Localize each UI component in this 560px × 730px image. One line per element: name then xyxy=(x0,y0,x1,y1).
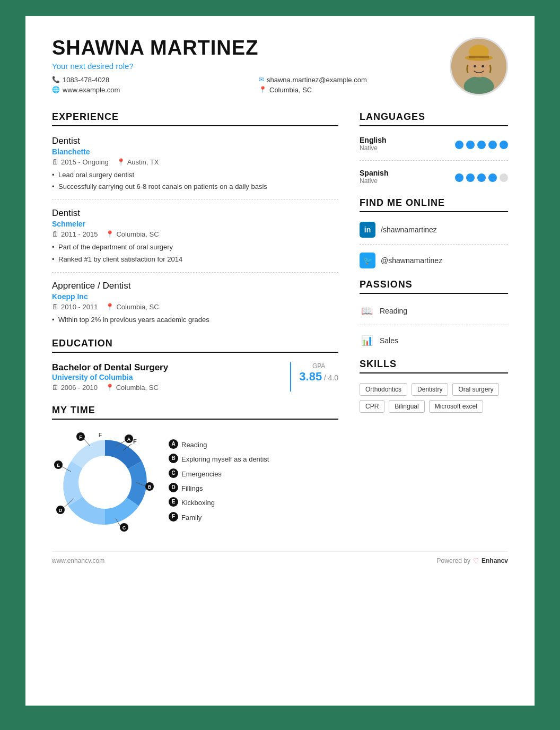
svg-rect-5 xyxy=(469,56,489,58)
education-gpa: GPA 3.85 / 4.0 xyxy=(290,362,338,392)
contact-email: ✉ shawna.martinez@example.com xyxy=(259,76,450,84)
job-item-0: Dentist Blanchette 🗓 2015 - Ongoing 📍 Au… xyxy=(52,136,338,192)
svg-text:C: C xyxy=(122,525,126,531)
passion-divider xyxy=(360,325,508,325)
skills-section-title: SKILLS xyxy=(360,359,508,373)
job-dates-2: 🗓 2010 - 2011 xyxy=(52,303,98,311)
lang-name-1: Spanish xyxy=(360,169,388,177)
linkedin-icon: in xyxy=(360,222,375,238)
candidate-name: SHAWNA MARTINEZ xyxy=(52,37,450,59)
edu-location: 📍 Columbia, SC xyxy=(106,384,159,392)
education-block: Bachelor of Dental Surgery University of… xyxy=(52,362,338,392)
job-meta-2: 🗓 2010 - 2011 📍 Columbia, SC xyxy=(52,303,338,311)
location-icon: 📍 xyxy=(259,86,267,93)
bullet-1-0: Part of the department of oral surgery xyxy=(52,242,338,252)
lang-header-1: Spanish Native xyxy=(360,169,508,187)
job-location-2: 📍 Columbia, SC xyxy=(106,303,159,311)
edu-dates: 🗓 2006 - 2010 xyxy=(52,384,98,392)
website-icon: 🌐 xyxy=(52,86,60,93)
bullet-0-0: Lead oral surgery dentist xyxy=(52,170,338,180)
divider-1 xyxy=(52,272,338,273)
passions-section-title: PASSIONS xyxy=(360,279,508,294)
skill-5: Microsoft excel xyxy=(429,400,483,413)
legend-letter-b: B xyxy=(169,454,178,463)
skill-2: Oral surgery xyxy=(452,383,499,396)
bullet-2-0: Within top 2% in previous years academic… xyxy=(52,315,338,325)
education-meta: 🗓 2006 - 2010 📍 Columbia, SC xyxy=(52,384,279,392)
legend-item-0: A Reading xyxy=(169,439,269,451)
svg-line-27 xyxy=(84,439,90,446)
job-title-2: Apprentice / Dentist xyxy=(52,281,338,291)
contact-website: 🌐 www.example.com xyxy=(52,86,243,94)
header-section: SHAWNA MARTINEZ Your next desired role? … xyxy=(52,37,508,95)
legend-item-1: B Exploring myself as a dentist xyxy=(169,453,269,465)
legend-letter-d: D xyxy=(169,483,178,492)
calendar-icon-1: 🗓 xyxy=(52,230,59,238)
skills-grid: Orthodontics Dentistry Oral surgery CPR … xyxy=(360,383,508,413)
brand-heart-icon: ♡ xyxy=(473,557,479,564)
svg-text:D: D xyxy=(59,508,63,513)
footer: www.enhancv.com Powered by ♡ Enhancv xyxy=(52,551,508,564)
gpa-max: / 4.0 xyxy=(324,373,338,382)
passion-item-0: 📖 Reading xyxy=(360,303,508,318)
dot-0-0 xyxy=(455,141,463,149)
skill-3: CPR xyxy=(360,400,384,413)
dot-1-1 xyxy=(466,173,475,182)
language-item-0: English Native xyxy=(360,136,508,154)
lang-level-0: Native xyxy=(360,144,387,152)
calendar-icon-edu: 🗓 xyxy=(52,384,59,392)
legend-letter-a: A xyxy=(169,439,178,449)
job-company-2: Koepp Inc xyxy=(52,292,338,301)
svg-point-7 xyxy=(482,65,484,68)
header-left: SHAWNA MARTINEZ Your next desired role? … xyxy=(52,37,450,94)
skill-4: Bilingual xyxy=(389,400,424,413)
education-left: Bachelor of Dental Surgery University of… xyxy=(52,362,279,392)
footer-url: www.enhancv.com xyxy=(52,557,104,564)
job-bullets-1: Part of the department of oral surgery R… xyxy=(52,242,338,264)
lang-level-1: Native xyxy=(360,177,388,185)
university-name: University of Columbia xyxy=(52,373,279,381)
svg-point-1 xyxy=(464,76,494,95)
job-dates-0: 🗓 2015 - Ongoing xyxy=(52,158,109,166)
divider-0 xyxy=(52,199,338,200)
dot-1-2 xyxy=(477,173,486,182)
resume-page: SHAWNA MARTINEZ Your next desired role? … xyxy=(25,16,535,706)
social-item-linkedin: in /shawnamartinez xyxy=(360,222,508,238)
legend-item-2: C Emergencies xyxy=(169,468,269,480)
location-pin-icon: 📍 xyxy=(117,158,125,166)
phone-icon: 📞 xyxy=(52,76,60,83)
legend-text-d: Fillings xyxy=(181,482,203,494)
legend-text-e: Kickboxing xyxy=(181,497,215,509)
job-company-1: Schmeler xyxy=(52,220,338,228)
languages-section-title: LANGUAGES xyxy=(360,111,508,126)
svg-text:F: F xyxy=(79,434,82,440)
lang-dots-1 xyxy=(455,173,508,182)
svg-text:B: B xyxy=(148,484,152,490)
bullet-1-1: Ranked #1 by client satisfaction for 201… xyxy=(52,255,338,264)
svg-line-15 xyxy=(136,482,146,486)
job-bullets-2: Within top 2% in previous years academic… xyxy=(52,315,338,325)
chart-icon: 📊 xyxy=(360,333,374,348)
lang-header-0: English Native xyxy=(360,136,508,154)
legend-letter-e: E xyxy=(169,497,178,507)
dot-1-3 xyxy=(488,173,497,182)
job-company-0: Blanchette xyxy=(52,147,338,156)
time-chart: F F A B xyxy=(52,429,158,535)
lang-dots-0 xyxy=(455,141,508,149)
book-icon: 📖 xyxy=(360,303,374,318)
social-item-twitter: 🐦 @shawnamartinez xyxy=(360,253,508,268)
calendar-icon: 🗓 xyxy=(52,158,59,166)
legend-text-b: Exploring myself as a dentist xyxy=(181,453,269,465)
job-meta-0: 🗓 2015 - Ongoing 📍 Austin, TX xyxy=(52,158,338,166)
footer-brand: Powered by ♡ Enhancv xyxy=(437,557,508,564)
linkedin-handle: /shawnamartinez xyxy=(381,225,437,234)
contact-phone: 📞 1083-478-4028 xyxy=(52,76,243,84)
job-meta-1: 🗓 2011 - 2015 📍 Columbia, SC xyxy=(52,230,338,238)
job-location-1: 📍 Columbia, SC xyxy=(106,230,159,238)
job-dates-1: 🗓 2011 - 2015 xyxy=(52,230,98,238)
bullet-0-1: Successfully carrying out 6-8 root canal… xyxy=(52,182,338,192)
lang-name-0: English xyxy=(360,136,387,144)
legend-letter-f: F xyxy=(169,512,178,522)
contact-location: 📍 Columbia, SC xyxy=(259,86,450,94)
dot-0-3 xyxy=(488,141,497,149)
